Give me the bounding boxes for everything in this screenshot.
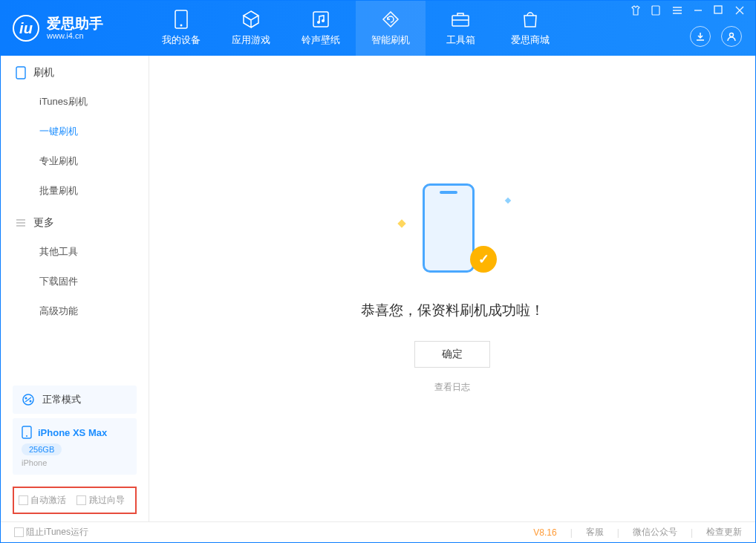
main-content: ✓ 恭喜您，保资料刷机成功啦！ 确定 查看日志	[149, 56, 755, 521]
sidebar: 刷机 iTunes刷机 一键刷机 专业刷机 批量刷机 更多 其他工具 下载固件 …	[1, 56, 149, 521]
logo-icon: iu	[13, 15, 39, 42]
checkbox-icon	[14, 527, 24, 537]
body: 刷机 iTunes刷机 一键刷机 专业刷机 批量刷机 更多 其他工具 下载固件 …	[1, 56, 755, 521]
minimize-icon[interactable]	[693, 5, 703, 16]
check-update-link[interactable]: 检查更新	[706, 526, 742, 539]
cube-icon	[241, 10, 261, 29]
phone-icon	[16, 66, 26, 79]
ok-button[interactable]: 确定	[414, 341, 490, 368]
device-capacity: 256GB	[22, 443, 62, 455]
sidebar-item-download-firmware[interactable]: 下载固件	[1, 267, 149, 296]
option-label: 自动激活	[30, 495, 66, 505]
svg-rect-7	[714, 6, 722, 13]
sparkle-icon	[505, 198, 511, 204]
check-badge-icon: ✓	[470, 246, 497, 273]
statusbar: 阻止iTunes运行 V8.16 | 客服 | 微信公众号 | 检查更新	[1, 521, 755, 542]
svg-point-12	[30, 400, 32, 403]
logo-area: iu 爱思助手 www.i4.cn	[13, 15, 146, 42]
tab-label: 智能刷机	[371, 33, 410, 47]
option-label: 阻止iTunes运行	[26, 527, 88, 537]
svg-point-11	[25, 397, 27, 400]
group-title: 刷机	[33, 66, 54, 79]
shirt-icon[interactable]	[630, 5, 641, 16]
svg-point-8	[730, 33, 734, 37]
wechat-link[interactable]: 微信公众号	[633, 526, 677, 539]
app-url: www.i4.cn	[47, 31, 103, 40]
device-name-row: iPhone XS Max	[22, 426, 128, 439]
group-title: 更多	[33, 216, 54, 230]
sidebar-item-batch-flash[interactable]: 批量刷机	[1, 176, 149, 206]
device-icon	[172, 10, 191, 29]
window-controls	[630, 5, 745, 16]
auto-activate-option[interactable]: 自动激活	[19, 494, 66, 507]
app-name: 爱思助手	[47, 16, 103, 32]
checkbox-icon	[76, 495, 86, 505]
logo-text: 爱思助手 www.i4.cn	[47, 16, 103, 41]
app-window: iu 爱思助手 www.i4.cn 我的设备 应用游戏 铃声壁纸 智能刷机	[0, 0, 756, 543]
svg-point-4	[322, 19, 325, 22]
svg-rect-9	[16, 67, 25, 79]
version-label: V8.16	[533, 527, 556, 538]
tab-apps[interactable]: 应用游戏	[216, 1, 286, 56]
options-highlight-box: 自动激活 跳过向导	[13, 487, 137, 514]
svg-point-3	[317, 21, 320, 24]
option-label: 跳过向导	[89, 495, 125, 505]
mode-box[interactable]: 正常模式	[13, 386, 137, 414]
device-icon	[22, 426, 32, 439]
menu-icon[interactable]	[672, 5, 682, 16]
phone-graphic	[423, 183, 475, 273]
sidebar-item-oneclick-flash[interactable]: 一键刷机	[1, 117, 149, 146]
support-link[interactable]: 客服	[586, 526, 604, 539]
download-button[interactable]	[690, 26, 711, 47]
toolbox-icon	[451, 10, 470, 29]
bag-icon	[521, 10, 540, 29]
maximize-icon[interactable]	[714, 5, 724, 16]
sidebar-item-pro-flash[interactable]: 专业刷机	[1, 146, 149, 176]
mode-icon	[22, 393, 35, 406]
tab-toolbox[interactable]: 工具箱	[426, 1, 495, 56]
device-name: iPhone XS Max	[38, 427, 107, 438]
tab-flash[interactable]: 智能刷机	[356, 1, 426, 56]
sparkle-icon	[397, 219, 405, 227]
svg-rect-2	[313, 12, 328, 27]
titlebar: iu 爱思助手 www.i4.cn 我的设备 应用游戏 铃声壁纸 智能刷机	[1, 1, 755, 56]
tab-store[interactable]: 爱思商城	[495, 1, 565, 56]
device-box[interactable]: iPhone XS Max 256GB iPhone	[13, 418, 137, 475]
tab-label: 应用游戏	[232, 33, 270, 47]
header-buttons	[690, 26, 742, 47]
refresh-icon	[381, 10, 400, 29]
checkbox-icon	[19, 495, 28, 505]
success-title: 恭喜您，保资料刷机成功啦！	[361, 301, 544, 320]
sidebar-item-advanced[interactable]: 高级功能	[1, 296, 149, 326]
block-itunes-option[interactable]: 阻止iTunes运行	[14, 526, 88, 539]
tab-label: 我的设备	[162, 33, 201, 47]
sidebar-item-itunes-flash[interactable]: iTunes刷机	[1, 87, 149, 117]
music-icon	[311, 10, 330, 29]
sidebar-item-other-tools[interactable]: 其他工具	[1, 237, 149, 267]
device-type: iPhone	[22, 458, 128, 467]
list-icon	[16, 218, 26, 228]
svg-rect-5	[452, 16, 469, 26]
success-illustration: ✓	[415, 183, 489, 280]
svg-point-14	[26, 435, 27, 437]
skip-guide-option[interactable]: 跳过向导	[76, 494, 124, 507]
sidebar-group-more: 更多	[1, 206, 149, 237]
tab-my-device[interactable]: 我的设备	[146, 1, 216, 56]
svg-rect-6	[652, 6, 659, 15]
tab-label: 铃声壁纸	[302, 33, 340, 47]
view-log-link[interactable]: 查看日志	[434, 381, 470, 394]
user-button[interactable]	[721, 26, 742, 47]
svg-point-1	[180, 25, 183, 27]
tab-label: 工具箱	[446, 33, 475, 47]
mobile-icon[interactable]	[651, 5, 662, 16]
tab-label: 爱思商城	[511, 33, 550, 47]
close-icon[interactable]	[734, 5, 745, 16]
tab-ringtones[interactable]: 铃声壁纸	[286, 1, 356, 56]
sidebar-group-flash: 刷机	[1, 56, 149, 87]
mode-label: 正常模式	[42, 393, 81, 406]
